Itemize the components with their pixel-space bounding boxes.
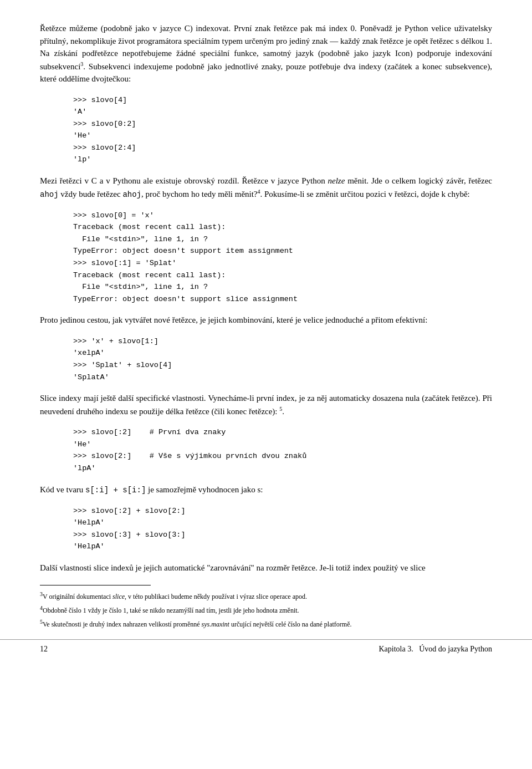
code-block-2: >>> slovo[0] = 'x' Traceback (most recen… [73, 210, 492, 305]
code-block-1: >>> slovo[4] 'A' >>> slovo[0:2] 'He' >>>… [73, 94, 492, 166]
paragraph-6: Další vlastnosti slice indexů je jejich … [40, 562, 492, 574]
chapter-title: Kapitola 3. Úvod do jazyka Python [378, 643, 492, 655]
code-block-4: >>> slovo[:2] # První dva znaky 'He' >>>… [73, 426, 492, 474]
page-number: 12 [40, 643, 48, 655]
footnote-5: 5Ve skutečnosti je druhý index nahrazen … [40, 618, 492, 629]
paragraph-2: Mezi řetězci v C a v Pythonu ale existuj… [40, 175, 492, 201]
page: Řetězce můžeme (podobně jako v jazyce C)… [0, 0, 532, 665]
footnote-divider [40, 585, 151, 585]
paragraph-1: Řetězce můžeme (podobně jako v jazyce C)… [40, 22, 492, 85]
paragraph-3: Proto jedinou cestou, jak vytvářet nové … [40, 314, 492, 327]
page-footer: 12 Kapitola 3. Úvod do jazyka Python [0, 639, 532, 655]
code-block-5: >>> slovo[:2] + slovo[2:] 'HelpA' >>> sl… [73, 505, 492, 553]
footnote-3: 3V originální dokumentaci slice, v této … [40, 590, 492, 602]
paragraph-4: Slice indexy mají ještě další specifické… [40, 392, 492, 417]
paragraph-5: Kód ve tvaru s[:i] + s[i:] je samozřejmě… [40, 483, 492, 496]
code-block-3: >>> 'x' + slovo[1:] 'xelpA' >>> 'Splat' … [73, 335, 492, 383]
footnote-4: 4Obdobně číslo 1 vždy je číslo 1, také s… [40, 604, 492, 615]
footnotes: 3V originální dokumentaci slice, v této … [40, 590, 492, 629]
